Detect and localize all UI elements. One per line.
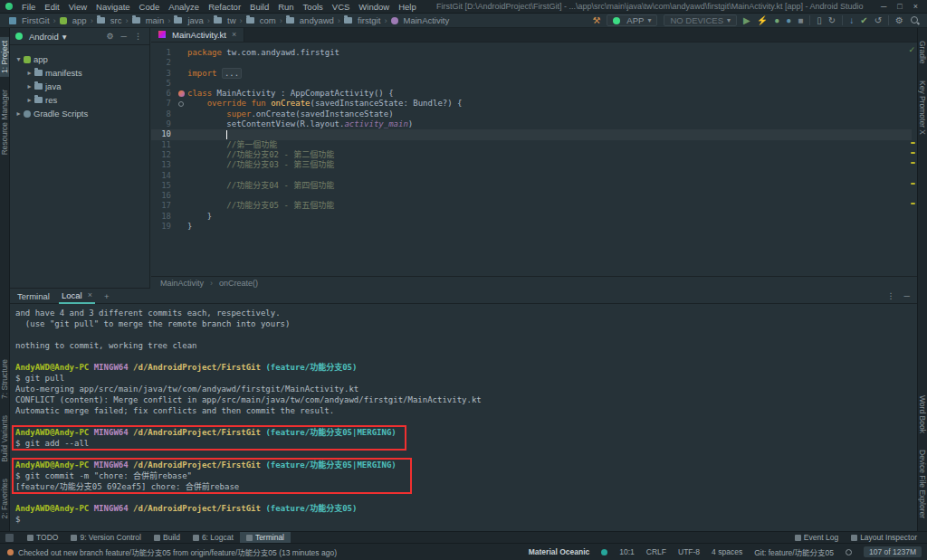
- avd-manager-icon[interactable]: ▯: [817, 15, 822, 26]
- menu-tools[interactable]: Tools: [299, 2, 328, 12]
- sync-project-icon[interactable]: ↻: [828, 15, 836, 26]
- vcs-history-icon[interactable]: ↺: [874, 15, 882, 26]
- breadcrumb-item-src[interactable]: src: [95, 15, 124, 25]
- tool-button-2-favorites[interactable]: 2: Favorites: [0, 475, 9, 522]
- menu-window[interactable]: Window: [354, 2, 394, 12]
- maximize-button[interactable]: □: [897, 2, 902, 11]
- menu-analyze[interactable]: Analyze: [164, 2, 204, 12]
- tool-button-word-book[interactable]: Word Book: [918, 392, 927, 437]
- run-icon[interactable]: ▶: [743, 15, 750, 26]
- menu-build[interactable]: Build: [245, 2, 273, 12]
- terminal-tab-close-icon[interactable]: ×: [86, 290, 92, 299]
- terminal-line: AndyAWD@Andy-PC MINGW64 /d/AndroidProjec…: [15, 362, 917, 373]
- code-editor[interactable]: 1package tw.com.andyawd.firstgit23import…: [151, 43, 912, 276]
- run-configuration-label: APP: [626, 15, 644, 25]
- menu-run[interactable]: Run: [273, 2, 298, 12]
- cursor-position[interactable]: 10:1: [619, 547, 635, 556]
- menu-help[interactable]: Help: [394, 2, 421, 12]
- menu-vcs[interactable]: VCS: [328, 2, 355, 12]
- project-view-selector[interactable]: Android: [29, 32, 59, 42]
- line-number: 11: [151, 140, 175, 150]
- class-icon: [391, 17, 398, 24]
- run-configuration-select[interactable]: APP ▾: [607, 14, 657, 26]
- breadcrumb-item-firstgit[interactable]: FirstGit: [7, 15, 52, 25]
- code-text: [187, 129, 227, 139]
- breadcrumb-item-com[interactable]: com: [244, 15, 278, 25]
- breadcrumb-item-main[interactable]: main: [130, 15, 167, 25]
- build-hammer-icon[interactable]: ⚒: [592, 15, 600, 26]
- terminal-output[interactable]: and have 4 and 3 different commits each,…: [10, 304, 917, 531]
- tool-button-key-promoter-x[interactable]: Key Promoter X: [918, 77, 927, 138]
- breadcrumb-item-app[interactable]: app: [58, 15, 89, 25]
- breadcrumb-method[interactable]: onCreate(): [219, 279, 258, 288]
- tab-close-icon[interactable]: ×: [230, 30, 236, 39]
- terminal-line: AndyAWD@Andy-PC MINGW64 /d/AndroidProjec…: [15, 460, 917, 470]
- tab-mainactivity-kt[interactable]: MainActivity.kt ×: [151, 28, 244, 42]
- theme-name[interactable]: Material Oceanic: [529, 547, 590, 556]
- code-text: }: [187, 212, 212, 222]
- tool-button-build[interactable]: Build: [148, 532, 186, 544]
- menu-view[interactable]: View: [64, 2, 91, 12]
- tool-button-1-project[interactable]: 1: Project: [0, 37, 9, 77]
- breadcrumb-item-java[interactable]: java: [172, 15, 205, 25]
- profiler-icon[interactable]: ●: [786, 15, 791, 26]
- file-encoding[interactable]: UTF-8: [678, 547, 700, 556]
- vcs-update-icon[interactable]: ↓: [849, 15, 854, 26]
- tool-button-build-variants[interactable]: Build Variants: [0, 412, 9, 466]
- module-icon: [24, 56, 31, 63]
- breadcrumb-item-andyawd[interactable]: andyawd: [284, 15, 336, 25]
- breadcrumb-separator: ›: [123, 15, 129, 25]
- menu-navigate[interactable]: Navigate: [91, 2, 135, 12]
- tool-button-gradle[interactable]: Gradle: [918, 37, 927, 68]
- tool-button-terminal[interactable]: Terminal: [240, 532, 291, 544]
- tool-button-device-file-explorer[interactable]: Device File Explorer: [918, 446, 927, 522]
- project-tree-item-manifests[interactable]: ▸manifests: [10, 66, 149, 80]
- code-line: 15 //功能分支04 - 第四個功能: [151, 181, 912, 191]
- settings-gear-icon[interactable]: ⚙: [895, 15, 903, 26]
- project-tree-item-gradle-scripts[interactable]: ▸Gradle Scripts: [10, 107, 149, 120]
- indent-style[interactable]: 4 spaces: [712, 547, 742, 556]
- tool-button-layout-inspector[interactable]: Layout Inspector: [845, 532, 923, 544]
- menu-refactor[interactable]: Refactor: [204, 2, 245, 12]
- search-icon[interactable]: [910, 15, 920, 25]
- menu-file[interactable]: File: [17, 2, 40, 12]
- menu-code[interactable]: Code: [135, 2, 165, 12]
- project-tree-item-res[interactable]: ▸res: [10, 93, 149, 107]
- code-text: override fun onCreate(savedInstanceState…: [187, 99, 462, 109]
- git-branch[interactable]: Git: feature/功能分支05: [754, 546, 834, 557]
- tool-button-9-version-control[interactable]: 9: Version Control: [64, 532, 148, 544]
- terminal-tab-local[interactable]: Local ×: [59, 289, 95, 304]
- project-tree-item-java[interactable]: ▸java: [10, 80, 149, 93]
- stop-icon[interactable]: ■: [798, 15, 803, 26]
- hide-panel-icon[interactable]: ─: [119, 32, 129, 41]
- settings-gear-icon[interactable]: ⚙: [105, 32, 116, 41]
- close-button[interactable]: ×: [913, 2, 918, 11]
- memory-indicator[interactable]: 107 of 1237M: [864, 546, 922, 557]
- hide-panel-icon[interactable]: ─: [904, 291, 910, 300]
- breadcrumb-class[interactable]: MainActivity: [160, 279, 204, 288]
- minimize-button[interactable]: ─: [881, 2, 886, 11]
- breadcrumb-item-mainactivity[interactable]: MainActivity: [389, 15, 452, 25]
- menu-edit[interactable]: Edit: [40, 2, 63, 12]
- new-terminal-session-button[interactable]: +: [104, 291, 110, 301]
- more-options-icon[interactable]: ⋮: [887, 291, 895, 300]
- device-select[interactable]: NO DEVICES ▾: [664, 14, 737, 26]
- breadcrumb-item-tw[interactable]: tw: [212, 15, 238, 25]
- breadcrumb-item-firstgit[interactable]: firstgit: [342, 15, 382, 25]
- tool-window-switcher-icon[interactable]: [5, 534, 14, 542]
- breadcrumb-label: MainActivity: [404, 15, 450, 25]
- project-tree-item-app[interactable]: ▾app: [10, 52, 149, 66]
- vcs-commit-icon[interactable]: ✔: [860, 15, 867, 26]
- apply-changes-icon[interactable]: ⚡: [757, 15, 768, 26]
- line-separator[interactable]: CRLF: [646, 547, 666, 556]
- tool-button-7-structure[interactable]: 7: Structure: [0, 356, 9, 403]
- override-mark-icon: [178, 101, 184, 107]
- debug-icon[interactable]: ●: [774, 15, 779, 26]
- breadcrumb-label: tw: [227, 15, 236, 25]
- tool-button-6-logcat[interactable]: 6: Logcat: [186, 532, 240, 544]
- more-options-icon[interactable]: ⋮: [132, 32, 144, 41]
- tool-button-todo[interactable]: TODO: [21, 532, 64, 544]
- tool-button-resource-manager[interactable]: Resource Manager: [0, 86, 9, 158]
- notifications-icon[interactable]: [846, 549, 852, 555]
- tool-button-event-log[interactable]: Event Log: [788, 532, 845, 544]
